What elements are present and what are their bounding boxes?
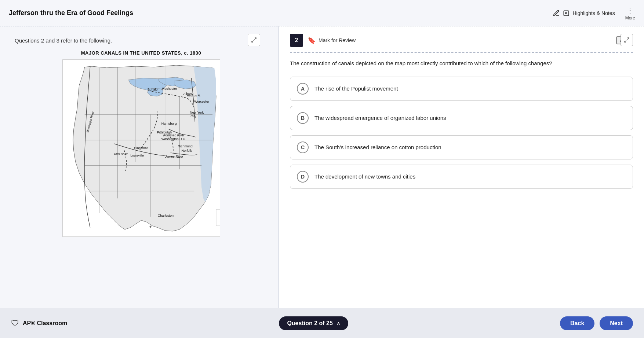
- more-button[interactable]: ⋮ More: [625, 6, 635, 21]
- ap-logo: 🛡 AP® Classroom: [11, 319, 67, 328]
- svg-text:Charleston: Charleston: [157, 214, 173, 217]
- svg-text:Hudson R.: Hudson R.: [187, 94, 201, 97]
- next-button[interactable]: Next: [600, 316, 633, 330]
- expand-icon: [251, 37, 257, 43]
- footer: 🛡 AP® Classroom Question 2 of 25 ∧ Back …: [0, 308, 644, 338]
- question-counter-text: Question 2 of 25: [287, 320, 332, 327]
- chevron-up-icon: ∧: [336, 320, 340, 326]
- highlights-notes-button[interactable]: Highlights & Notes: [553, 10, 615, 17]
- notes-icon: [563, 10, 570, 16]
- svg-line-43: [625, 40, 626, 42]
- highlights-notes-label: Highlights & Notes: [572, 10, 615, 16]
- svg-text:City: City: [190, 114, 196, 118]
- svg-text:Buffalo: Buffalo: [147, 88, 157, 91]
- svg-text:Washington D.C.: Washington D.C.: [161, 137, 186, 141]
- svg-text:Worcester: Worcester: [194, 100, 209, 103]
- svg-text:James River: James River: [164, 155, 183, 158]
- more-dots-icon: ⋮: [626, 6, 634, 15]
- option-letter-c: C: [297, 142, 309, 153]
- svg-text:Harrisburg: Harrisburg: [161, 122, 177, 125]
- svg-text:Potomac River: Potomac River: [163, 133, 185, 137]
- option-letter-d: D: [297, 171, 309, 183]
- left-panel: Questions 2 and 3 refer to the following…: [0, 26, 279, 308]
- svg-text:Norfolk: Norfolk: [181, 149, 192, 153]
- question-header: 2 🔖 Mark for Review ABC: [290, 34, 633, 53]
- more-label: More: [625, 15, 635, 21]
- svg-line-42: [627, 38, 629, 40]
- answer-option-b[interactable]: B The widespread emergence of organized …: [290, 106, 633, 130]
- expand-left-button[interactable]: [248, 34, 260, 46]
- shield-icon: 🛡: [11, 319, 19, 328]
- ap-classroom-label: AP® Classroom: [23, 320, 67, 327]
- question-number-badge: 2: [290, 34, 303, 47]
- svg-text:New York: New York: [190, 111, 204, 114]
- header-right: Highlights & Notes ⋮ More: [553, 6, 635, 21]
- page-title: Jefferson thru the Era of Good Feelings: [9, 9, 133, 17]
- svg-text:Richmond: Richmond: [178, 144, 192, 148]
- svg-text:Louisville: Louisville: [130, 154, 144, 157]
- bookmark-icon: 🔖: [308, 36, 316, 44]
- svg-text:Rochester: Rochester: [162, 87, 177, 91]
- option-letter-b: B: [297, 112, 309, 124]
- map-title: MAJOR CANALS IN THE UNITED STATES, c. 18…: [15, 50, 268, 56]
- question-context: Questions 2 and 3 refer to the following…: [15, 37, 268, 44]
- question-counter[interactable]: Question 2 of 25 ∧: [279, 316, 348, 330]
- answer-option-d[interactable]: D The development of new towns and citie…: [290, 165, 633, 189]
- option-letter-a: A: [297, 83, 309, 95]
- highlights-icon: [553, 10, 560, 17]
- question-text: The construction of canals depicted on t…: [290, 59, 633, 68]
- main-content: Questions 2 and 3 refer to the following…: [0, 26, 644, 308]
- right-panel: 2 🔖 Mark for Review ABC The construction…: [279, 26, 644, 308]
- answer-option-c[interactable]: C The South's increased reliance on cott…: [290, 135, 633, 159]
- nav-buttons: Back Next: [560, 316, 633, 330]
- header: Jefferson thru the Era of Good Feelings …: [0, 0, 644, 26]
- expand-right-button[interactable]: [621, 34, 633, 46]
- svg-line-3: [254, 38, 256, 40]
- mark-for-review-label: Mark for Review: [319, 37, 356, 43]
- svg-text:Cincinnati: Cincinnati: [134, 146, 148, 150]
- svg-text:✦: ✦: [148, 224, 152, 229]
- answer-options: A The rise of the Populist movement B Th…: [290, 77, 633, 189]
- svg-rect-36: [216, 209, 220, 226]
- expand-right-icon: [624, 37, 630, 43]
- map-container: Buffalo Rochester Albany Worcester New Y…: [62, 59, 220, 237]
- mark-for-review-button[interactable]: 🔖 Mark for Review: [308, 36, 612, 44]
- option-text-c: The South's increased reliance on cotton…: [314, 144, 441, 150]
- svg-text:Ohio River: Ohio River: [114, 152, 128, 155]
- svg-line-4: [252, 40, 254, 42]
- answer-option-a[interactable]: A The rise of the Populist movement: [290, 77, 633, 101]
- option-text-d: The development of new towns and cities: [314, 173, 415, 180]
- back-button[interactable]: Back: [560, 316, 594, 330]
- option-text-a: The rise of the Populist movement: [314, 85, 398, 92]
- option-text-b: The widespread emergence of organized la…: [314, 115, 446, 121]
- map-svg: Buffalo Rochester Albany Worcester New Y…: [63, 60, 220, 235]
